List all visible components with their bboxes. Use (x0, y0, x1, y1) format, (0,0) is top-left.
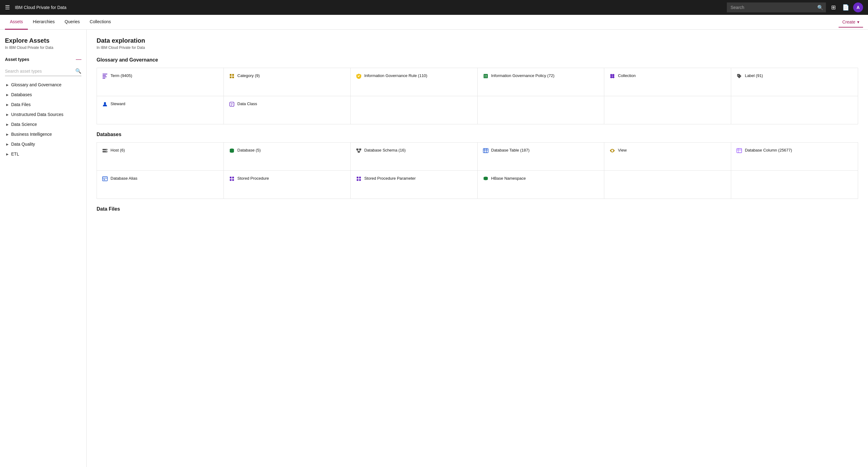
asset-card-empty-db-5 (604, 171, 731, 199)
asset-card-dataclass[interactable]: 7 Data Class (224, 96, 350, 124)
sidebar-item-label: Data Files (11, 102, 31, 107)
document-icon-button[interactable]: 📄 (841, 2, 851, 12)
asset-card-view[interactable]: View (604, 142, 731, 170)
sidebar-item-label: ETL (11, 152, 19, 157)
label-label: Label (91) (745, 73, 763, 78)
search-asset-types-input[interactable] (5, 69, 75, 74)
asset-card-category[interactable]: Category (9) (224, 68, 350, 96)
asset-card-ig-policy[interactable]: Information Governance Policy (72) (478, 68, 604, 96)
ig-rule-icon (356, 73, 362, 79)
db-schema-icon (356, 147, 362, 154)
asset-card-term[interactable]: Term (9405) (97, 68, 223, 96)
sidebar-item-data-files[interactable]: ▶ Data Files (5, 100, 82, 109)
tab-collections[interactable]: Collections (85, 15, 116, 30)
svg-rect-34 (230, 179, 231, 181)
asset-card-inner: Collection (609, 73, 636, 79)
menu-icon[interactable]: ☰ (5, 4, 10, 11)
asset-card-inner: Database Table (187) (483, 147, 530, 154)
grid-icon-button[interactable]: ⊞ (828, 2, 838, 12)
category-icon (229, 73, 235, 79)
svg-rect-36 (356, 176, 359, 178)
asset-card-empty-3 (604, 96, 731, 124)
label-icon (736, 73, 742, 79)
asset-card-stored-procedure-param[interactable]: Stored Procedure Parameter (351, 171, 477, 199)
content-area: Data exploration In IBM Cloud Private fo… (87, 30, 868, 467)
databases-asset-grid: Host (6) Database (5) (97, 142, 858, 199)
svg-rect-39 (359, 179, 361, 181)
asset-card-database[interactable]: Database (5) (224, 142, 350, 170)
svg-point-7 (612, 76, 615, 78)
asset-card-inner: Term (9405) (102, 73, 132, 79)
sidebar-item-label: Data Quality (11, 142, 35, 146)
asset-card-ig-rule[interactable]: Information Governance Rule (110) (351, 68, 477, 96)
app-title: IBM Cloud Private for Data (15, 5, 727, 10)
ig-policy-label: Information Governance Policy (72) (491, 73, 554, 78)
svg-rect-1 (102, 75, 106, 76)
user-avatar[interactable]: A (853, 2, 863, 12)
asset-card-inner: Database Schema (16) (356, 147, 406, 154)
svg-rect-22 (483, 148, 488, 153)
asset-card-inner: Information Governance Policy (72) (483, 73, 554, 79)
asset-card-hbase[interactable]: HBase Namespace (478, 171, 604, 199)
asset-card-host[interactable]: Host (6) (97, 142, 223, 170)
sidebar-item-etl[interactable]: ▶ ETL (5, 149, 82, 159)
svg-text:7: 7 (230, 103, 232, 106)
stored-procedure-icon (229, 176, 235, 182)
database-label: Database (5) (238, 147, 261, 153)
svg-rect-33 (232, 176, 234, 178)
collapse-asset-types-icon[interactable]: — (76, 56, 82, 63)
topbar-search-input[interactable] (727, 2, 826, 12)
asset-card-inner: Stored Procedure Parameter (356, 176, 416, 182)
svg-point-26 (612, 150, 613, 151)
sidebar-item-label: Unstructured Data Sources (11, 112, 63, 117)
chevron-right-icon: ▶ (6, 153, 9, 156)
tab-assets[interactable]: Assets (5, 15, 28, 30)
db-table-label: Database Table (187) (491, 147, 530, 153)
topbar-icons: ⊞ 📄 A (828, 2, 863, 12)
svg-point-5 (612, 74, 615, 76)
asset-card-db-schema[interactable]: Database Schema (16) (351, 142, 477, 170)
dataclass-icon: 7 (229, 101, 235, 107)
sidebar-item-unstructured[interactable]: ▶ Unstructured Data Sources (5, 109, 82, 120)
sidebar-item-data-quality[interactable]: ▶ Data Quality (5, 139, 82, 149)
asset-card-inner: Host (6) (102, 147, 125, 154)
asset-card-label[interactable]: Label (91) (731, 68, 858, 96)
asset-types-label: Asset types (5, 57, 29, 62)
steward-label: Steward (111, 101, 125, 107)
asset-card-collection[interactable]: Collection (604, 68, 731, 96)
asset-card-steward[interactable]: Steward (97, 96, 223, 124)
svg-rect-37 (359, 176, 361, 178)
asset-card-db-table[interactable]: Database Table (187) (478, 142, 604, 170)
category-label: Category (9) (238, 73, 260, 78)
asset-card-inner: Stored Procedure (229, 176, 269, 182)
asset-card-stored-procedure[interactable]: Stored Procedure (224, 171, 350, 199)
asset-card-inner: Category (9) (229, 73, 260, 79)
asset-card-empty-1 (351, 96, 477, 124)
sidebar-item-data-science[interactable]: ▶ Data Science (5, 120, 82, 129)
svg-point-13 (106, 149, 106, 150)
steward-icon (102, 101, 108, 107)
section-title-glossary: Glossary and Governance (97, 57, 858, 63)
svg-rect-2 (102, 76, 107, 77)
sidebar: Explore Assets In IBM Cloud Private for … (0, 30, 87, 467)
svg-rect-38 (356, 179, 359, 181)
tab-queries[interactable]: Queries (60, 15, 85, 30)
sidebar-item-glossary[interactable]: ▶ Glossary and Governance (5, 80, 82, 90)
asset-card-empty-db-6 (731, 171, 858, 199)
asset-card-db-column[interactable]: Database Column (25677) (731, 142, 858, 170)
main-container: Explore Assets In IBM Cloud Private for … (0, 30, 868, 467)
asset-card-db-alias[interactable]: Database Alias (97, 171, 223, 199)
asset-card-inner: Label (91) (736, 73, 763, 79)
sidebar-item-label: Glossary and Governance (11, 82, 62, 87)
sidebar-item-databases[interactable]: ▶ Databases (5, 90, 82, 100)
create-button[interactable]: Create ▾ (839, 17, 863, 28)
sidebar-item-business-intelligence[interactable]: ▶ Business Intelligence (5, 129, 82, 139)
content-inner: Data exploration In IBM Cloud Private fo… (87, 30, 868, 467)
stored-procedure-param-icon (356, 176, 362, 182)
ig-rule-label: Information Governance Rule (110) (364, 73, 428, 78)
chevron-right-icon: ▶ (6, 103, 9, 106)
svg-rect-3 (102, 78, 105, 78)
asset-card-inner: Database Alias (102, 176, 137, 182)
tab-hierarchies[interactable]: Hierarchies (28, 15, 60, 30)
stored-procedure-label: Stored Procedure (238, 176, 269, 181)
